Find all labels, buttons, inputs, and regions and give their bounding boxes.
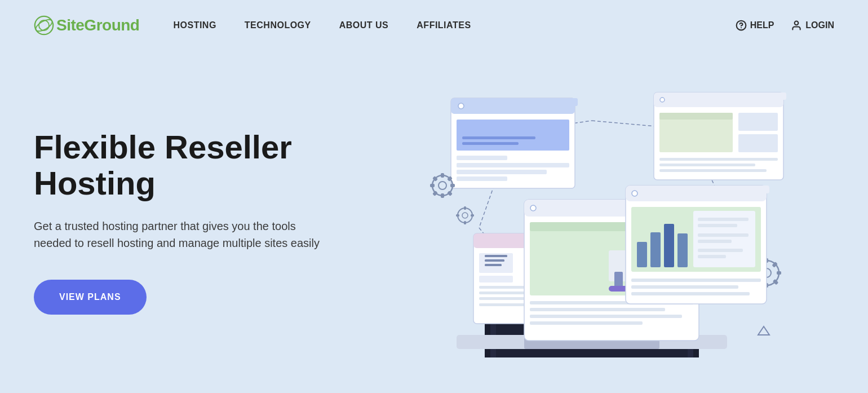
nav-item-about-us[interactable]: ABOUT US xyxy=(339,20,389,30)
hero-content: Flexible Reseller Hosting Get a trusted … xyxy=(34,118,372,315)
svg-rect-107 xyxy=(698,240,732,243)
svg-rect-20 xyxy=(457,156,507,160)
svg-rect-37 xyxy=(464,221,466,224)
logo-text: SiteGround xyxy=(56,16,139,34)
svg-rect-27 xyxy=(441,193,444,198)
navbar: SiteGround HOSTING TECHNOLOGY ABOUT US A… xyxy=(0,0,868,51)
svg-rect-21 xyxy=(457,163,569,167)
svg-rect-45 xyxy=(659,113,733,120)
svg-rect-55 xyxy=(777,271,781,275)
illustration-svg xyxy=(411,76,795,357)
svg-rect-93 xyxy=(530,321,643,325)
svg-rect-76 xyxy=(485,259,504,262)
svg-point-5 xyxy=(795,21,799,25)
svg-rect-33 xyxy=(432,191,438,196)
svg-rect-17 xyxy=(457,120,569,151)
svg-rect-39 xyxy=(456,214,459,217)
nav-right: HELP LOGIN xyxy=(736,20,834,31)
svg-point-1 xyxy=(39,20,49,30)
svg-rect-59 xyxy=(773,279,779,285)
svg-rect-96 xyxy=(628,186,769,193)
svg-rect-70 xyxy=(479,276,513,282)
svg-rect-101 xyxy=(664,224,674,267)
svg-rect-110 xyxy=(631,279,761,282)
svg-point-81 xyxy=(530,205,536,211)
help-link[interactable]: HELP xyxy=(736,20,774,31)
svg-rect-104 xyxy=(698,218,749,221)
help-icon xyxy=(736,20,747,31)
svg-rect-109 xyxy=(698,255,726,258)
svg-point-16 xyxy=(458,103,464,109)
svg-rect-29 xyxy=(430,184,435,187)
svg-rect-99 xyxy=(637,242,647,267)
svg-point-25 xyxy=(439,182,446,189)
svg-rect-105 xyxy=(698,224,737,227)
login-link[interactable]: LOGIN xyxy=(791,20,834,31)
nav-links: HOSTING TECHNOLOGY ABOUT US AFFILIATES xyxy=(173,20,735,30)
hero-title: Flexible Reseller Hosting xyxy=(34,129,372,201)
svg-point-35 xyxy=(462,213,468,218)
nav-item-technology[interactable]: TECHNOLOGY xyxy=(245,20,311,30)
svg-rect-77 xyxy=(485,264,502,266)
hero-section: Flexible Reseller Hosting Get a trusted … xyxy=(0,51,868,393)
svg-rect-100 xyxy=(650,232,661,267)
svg-rect-49 xyxy=(659,164,755,166)
svg-rect-18 xyxy=(462,136,535,139)
user-icon xyxy=(791,20,802,31)
svg-rect-50 xyxy=(659,169,767,172)
svg-rect-42 xyxy=(657,92,786,100)
svg-rect-47 xyxy=(738,134,778,152)
svg-rect-102 xyxy=(677,233,688,267)
svg-rect-106 xyxy=(698,233,749,237)
svg-rect-46 xyxy=(738,113,778,131)
svg-rect-38 xyxy=(471,214,474,217)
svg-rect-108 xyxy=(698,249,743,252)
hero-subtitle: Get a trusted hosting partner that gives… xyxy=(34,218,327,251)
svg-rect-28 xyxy=(450,184,455,187)
svg-rect-23 xyxy=(457,176,507,181)
svg-rect-91 xyxy=(530,308,665,311)
logo-icon xyxy=(34,15,54,36)
svg-rect-75 xyxy=(485,255,507,257)
svg-marker-12 xyxy=(758,326,769,335)
nav-item-affiliates[interactable]: AFFILIATES xyxy=(417,20,471,30)
svg-rect-92 xyxy=(530,315,682,318)
svg-rect-32 xyxy=(447,191,453,196)
svg-rect-112 xyxy=(631,292,750,295)
svg-point-97 xyxy=(632,191,637,196)
svg-rect-36 xyxy=(464,206,466,210)
svg-rect-48 xyxy=(659,158,778,161)
svg-rect-22 xyxy=(457,170,547,174)
hero-illustration xyxy=(372,76,834,357)
svg-point-34 xyxy=(458,208,472,223)
logo[interactable]: SiteGround xyxy=(34,15,139,36)
svg-rect-111 xyxy=(631,285,738,289)
svg-rect-26 xyxy=(441,173,444,178)
view-plans-button[interactable]: VIEW PLANS xyxy=(34,280,147,315)
nav-item-hosting[interactable]: HOSTING xyxy=(173,20,216,30)
svg-rect-15 xyxy=(454,98,578,106)
svg-point-43 xyxy=(660,98,665,102)
svg-rect-19 xyxy=(462,142,519,145)
